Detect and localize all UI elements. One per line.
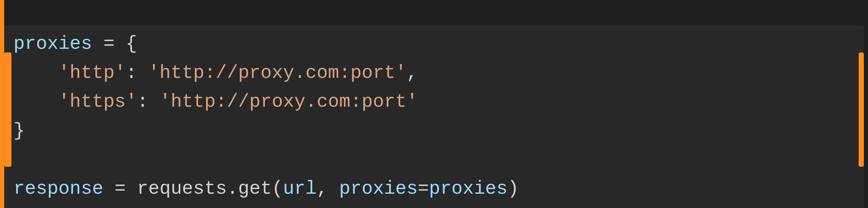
token-colon: : [126,62,148,83]
editor-viewport: proxies = { 'http': 'http://proxy.com:po… [0,0,868,208]
code-text[interactable]: proxies = { 'http': 'http://proxy.com:po… [13,30,854,204]
code-line[interactable]: } [13,120,25,141]
code-block-container[interactable]: proxies = { 'http': 'http://proxy.com:po… [4,26,864,208]
token-equals: = [417,178,429,200]
change-marker-right [859,53,864,167]
change-marker-left [4,53,11,167]
token-arg: url [283,178,317,200]
token-kwarg: proxies [339,178,417,200]
token-indent [13,62,59,83]
token-comma: , [406,62,417,83]
token-brace: { [126,33,137,55]
code-line[interactable]: proxies = { [13,33,137,55]
token-call: requests.get( [137,178,283,200]
token-variable: proxies [429,178,507,200]
code-line[interactable]: response = requests.get(url, proxies=pro… [13,178,519,200]
token-indent [13,91,59,112]
token-colon: : [137,91,159,112]
token-string: 'http' [59,62,126,83]
token-string: 'https' [59,91,137,112]
token-string: 'http://proxy.com:port' [160,91,418,112]
token-separator: , [317,178,339,200]
token-string: 'http://proxy.com:port' [148,62,407,83]
token-close-paren: ) [507,178,519,200]
token-operator: = [103,178,137,200]
token-variable: proxies [13,33,92,55]
token-brace: } [13,120,25,141]
token-operator: = [92,33,126,55]
left-gutter-strip [0,0,4,208]
token-variable: response [13,178,103,200]
code-line-blank[interactable] [13,149,25,170]
code-line[interactable]: 'http': 'http://proxy.com:port', [13,62,417,83]
code-line[interactable]: 'https': 'http://proxy.com:port' [13,91,417,112]
